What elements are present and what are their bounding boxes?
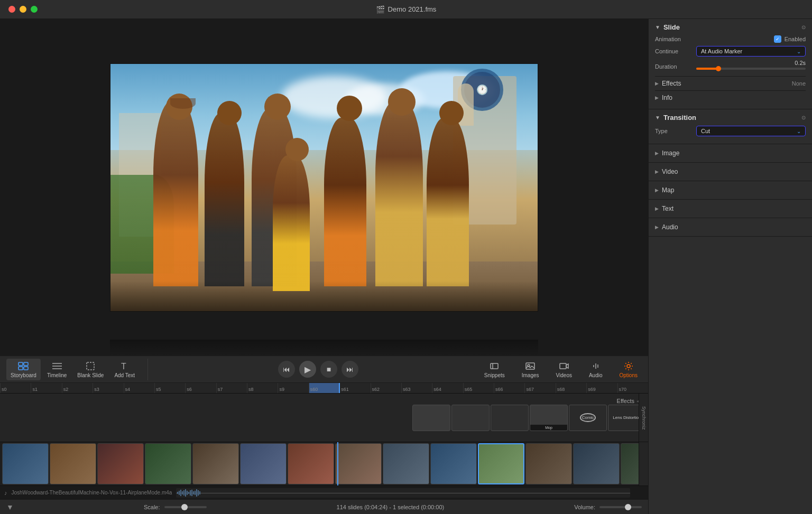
skip-back-button[interactable]: ⏮ [278, 361, 295, 378]
enabled-checkbox[interactable] [774, 35, 781, 43]
effect-item[interactable]: Mop [530, 405, 568, 431]
slide-thumb-selected[interactable] [478, 443, 524, 484]
slide-section-header: ▼ Slide ⊙ [655, 23, 806, 31]
effect-item[interactable] [451, 405, 490, 431]
volume-slider[interactable] [599, 506, 642, 508]
audio-waveform [176, 488, 630, 498]
video-label: Video [662, 168, 678, 175]
storyboard-button[interactable]: Storyboard [6, 359, 41, 380]
ruler-mark: s2 [62, 383, 93, 393]
text-row[interactable]: ▶ Text [655, 202, 806, 216]
effects-arrow-icon: ▶ [655, 81, 659, 86]
skip-forward-button[interactable]: ⏭ [342, 361, 358, 378]
slide-strip-sync [639, 442, 648, 485]
blank-slide-button[interactable]: Blank Slide [73, 359, 108, 380]
videos-button[interactable]: Videos [552, 359, 576, 380]
audio-label: Audio [662, 223, 678, 231]
transition-section-header: ▼ Transition ⊙ [655, 114, 806, 122]
slide-section: ▼ Slide ⊙ Animation Enabled Continue At … [649, 19, 812, 109]
slide-thumb[interactable] [97, 443, 144, 484]
slide-thumb[interactable] [335, 443, 382, 484]
animation-label: Animation [655, 36, 692, 42]
duration-slider[interactable] [696, 68, 806, 70]
slide-thumb[interactable] [192, 443, 239, 484]
transition-type-dropdown[interactable]: Cut ⌄ [696, 126, 806, 136]
slide-thumb[interactable] [240, 443, 287, 484]
transition-section-action[interactable]: ⊙ [801, 115, 806, 120]
effect-item[interactable] [491, 405, 529, 431]
sync-panel: Synchroniz [639, 394, 648, 442]
slide-section-action[interactable]: ⊙ [801, 24, 806, 30]
ruler-mark: s6 [185, 383, 216, 393]
images-button[interactable]: Images [518, 359, 543, 380]
slide-section-title: ▼ Slide [655, 23, 680, 31]
timeline-area: s0 s1 s2 s3 s4 s5 s6 s7 s8 s9 s60 s61 s6… [0, 383, 648, 499]
volume-slider-thumb[interactable] [625, 504, 631, 510]
minimize-button[interactable] [20, 6, 26, 13]
effects-grid: Mop Comic Lens Distortion [0, 394, 648, 442]
titlebar: 🎬 Demo 2021.fms [0, 0, 812, 19]
scale-slider-thumb[interactable] [181, 504, 188, 510]
slide-thumb[interactable] [50, 443, 96, 484]
effect-item-comic[interactable]: Comic [569, 405, 607, 431]
close-button[interactable] [8, 6, 15, 13]
map-label: Map [662, 186, 674, 194]
options-button[interactable]: Options [615, 359, 642, 380]
svg-rect-2 [19, 367, 23, 370]
slide-thumb[interactable] [430, 443, 477, 484]
preview-reflection [110, 340, 538, 356]
duration-thumb[interactable] [716, 66, 721, 71]
duration-label: Duration [655, 63, 692, 70]
duration-slider-row [696, 68, 806, 70]
video-row[interactable]: ▶ Video [655, 165, 806, 179]
audio-row[interactable]: ▶ Audio [655, 220, 806, 234]
timeline-button[interactable]: Timeline [43, 359, 71, 380]
scale-control: Scale: [144, 504, 207, 510]
slide-thumb[interactable] [525, 443, 572, 484]
map-row[interactable]: ▶ Map [655, 183, 806, 197]
slide-strip[interactable] [0, 442, 648, 485]
ruler-mark: s66 [494, 383, 524, 393]
svg-rect-13 [560, 363, 566, 369]
snippets-button[interactable]: Snippets [480, 359, 509, 380]
slide-thumb[interactable] [573, 443, 620, 484]
slide-thumb[interactable] [383, 443, 429, 484]
section-collapse-arrow[interactable]: ▼ [655, 24, 660, 30]
file-icon: 🎬 [376, 5, 385, 14]
ruler-mark: s0 [0, 383, 31, 393]
right-panel: ▼ Slide ⊙ Animation Enabled Continue At … [648, 19, 812, 514]
audio-button[interactable]: Audio [585, 359, 607, 380]
stop-button[interactable]: ■ [320, 361, 337, 378]
image-row[interactable]: ▶ Image [655, 146, 806, 160]
maximize-button[interactable] [31, 6, 38, 13]
ruler-marks: s0 s1 s2 s3 s4 s5 s6 s7 s8 s9 s60 s61 s6… [0, 383, 648, 393]
transition-arrow-icon[interactable]: ▼ [655, 115, 660, 120]
slide-thumb[interactable] [2, 443, 49, 484]
svg-point-14 [627, 365, 630, 368]
sync-label: Synchroniz [641, 406, 647, 430]
info-row[interactable]: ▶ Info [655, 90, 806, 105]
enabled-label: Enabled [785, 36, 806, 42]
continue-label: Continue [655, 48, 692, 54]
effect-item[interactable] [412, 405, 450, 431]
scale-slider[interactable] [164, 506, 207, 508]
view-tools: Storyboard Timeline Blank Slide [6, 359, 148, 380]
ruler-mark: s4 [124, 383, 154, 393]
ruler-mark: s3 [93, 383, 123, 393]
add-text-button[interactable]: T Add Text [110, 359, 139, 380]
slide-thumb[interactable] [145, 443, 191, 484]
expand-button[interactable]: ▼ [6, 503, 14, 511]
info-label-text: Info [662, 94, 672, 101]
image-section: ▶ Image [649, 144, 812, 163]
audio-arrow-icon: ▶ [655, 225, 659, 230]
map-arrow-icon: ▶ [655, 188, 659, 193]
toolbar: Storyboard Timeline Blank Slide [0, 356, 648, 383]
preview-image: 🕐 [110, 63, 538, 312]
ruler-mark: s1 [31, 383, 61, 393]
continue-dropdown[interactable]: At Audio Marker ⌄ [696, 46, 806, 57]
slide-thumb[interactable] [288, 443, 334, 484]
svg-rect-1 [24, 362, 28, 366]
dropdown-arrow-icon: ⌄ [797, 49, 801, 54]
play-button[interactable]: ▶ [299, 361, 316, 378]
effects-row[interactable]: ▶ Effects None [655, 76, 806, 90]
